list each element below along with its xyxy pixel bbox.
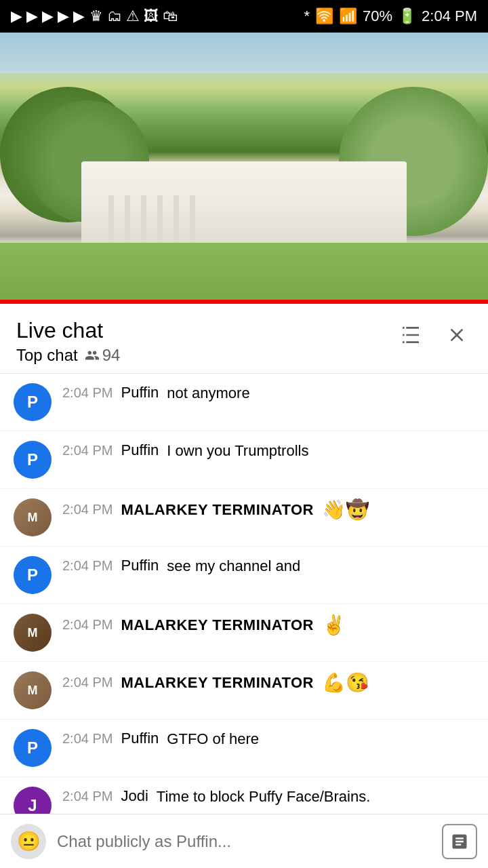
send-icon	[450, 832, 469, 851]
avatar: M	[14, 614, 52, 652]
message-time: 2:04 PM	[62, 558, 113, 574]
message-text: Time to block Puffy Face/Brains.	[157, 788, 370, 806]
message-content: 2:04 PM Puffin see my channel and	[62, 556, 474, 575]
message-content: 2:04 PM MALARKEY TERMINATOR 👋🤠	[62, 498, 474, 521]
message-author: MALARKEY TERMINATOR	[121, 674, 314, 692]
message-author: Puffin	[121, 730, 159, 747]
message-author: MALARKEY TERMINATOR	[121, 501, 314, 519]
battery-percentage: 70%	[363, 7, 392, 25]
message-time: 2:04 PM	[62, 789, 113, 804]
message-time: 2:04 PM	[62, 617, 113, 633]
message-meta: 2:04 PM Puffin GTFO of here	[62, 729, 474, 748]
avatar: P	[14, 383, 52, 421]
chat-messages-list: P 2:04 PM Puffin not anymore P 2:04 PM P…	[0, 374, 488, 868]
message-time: 2:04 PM	[62, 443, 113, 458]
message-content: 2:04 PM MALARKEY TERMINATOR 💪😘	[62, 671, 474, 694]
chat-message-5: M 2:04 PM MALARKEY TERMINATOR ✌️	[0, 604, 488, 662]
header-icons[interactable]	[396, 320, 472, 350]
avatar: P	[14, 441, 52, 479]
chat-input-field[interactable]	[57, 824, 431, 859]
message-meta: 2:04 PM MALARKEY TERMINATOR 👋🤠	[62, 498, 474, 521]
live-chat-title: Live chat	[16, 317, 120, 343]
viewer-count: 94	[85, 346, 121, 365]
avatar: M	[14, 498, 52, 536]
message-content: 2:04 PM Jodi Time to block Puffy Face/Br…	[62, 787, 474, 806]
chat-message-1: P 2:04 PM Puffin not anymore	[0, 374, 488, 431]
avatar: P	[14, 556, 52, 594]
message-time: 2:04 PM	[62, 731, 113, 747]
chat-input-bar: 😐	[0, 814, 488, 868]
avatar: M	[14, 671, 52, 709]
chat-message-6: M 2:04 PM MALARKEY TERMINATOR 💪😘	[0, 662, 488, 719]
message-meta: 2:04 PM Puffin I own you Trumptrolls	[62, 441, 474, 460]
message-meta: 2:04 PM Puffin not anymore	[62, 383, 474, 402]
person-icon	[85, 348, 100, 363]
filter-button[interactable]	[396, 320, 426, 350]
time: 2:04 PM	[422, 7, 477, 25]
message-text: I own you Trumptrolls	[167, 442, 308, 460]
send-message-button[interactable]	[442, 824, 477, 859]
emoji-icon: 😐	[17, 830, 41, 852]
message-emoji: 👋🤠	[322, 498, 369, 521]
chat-message-3: M 2:04 PM MALARKEY TERMINATOR 👋🤠	[0, 489, 488, 547]
message-text: GTFO of here	[167, 730, 259, 748]
message-author: Puffin	[121, 384, 159, 401]
message-emoji: ✌️	[322, 614, 346, 636]
top-chat-row: Top chat 94	[16, 346, 120, 365]
message-emoji: 💪😘	[322, 671, 369, 694]
avatar: P	[14, 729, 52, 767]
filter-icon	[400, 324, 422, 346]
message-time: 2:04 PM	[62, 385, 113, 401]
top-chat-label: Top chat	[16, 346, 78, 365]
signal-icon: 📶	[339, 7, 357, 25]
message-meta: 2:04 PM Jodi Time to block Puffy Face/Br…	[62, 787, 474, 806]
message-text: see my channel and	[167, 557, 300, 575]
message-meta: 2:04 PM MALARKEY TERMINATOR 💪😘	[62, 671, 474, 694]
message-meta: 2:04 PM MALARKEY TERMINATOR ✌️	[62, 614, 474, 636]
status-bar: ▶ ▶ ▶ ▶ ▶ ♛ 🗂 ⚠ 🖼 🛍 * 🛜 📶 70% 🔋 2:04 PM	[0, 0, 488, 33]
video-player[interactable]	[0, 33, 488, 304]
emoji-button[interactable]: 😐	[11, 824, 46, 859]
live-chat-header: Live chat Top chat 94	[0, 304, 488, 374]
message-content: 2:04 PM MALARKEY TERMINATOR ✌️	[62, 614, 474, 636]
wifi-icon: 🛜	[315, 7, 333, 25]
viewer-count-number: 94	[102, 346, 121, 365]
header-left: Live chat Top chat 94	[16, 317, 120, 365]
message-time: 2:04 PM	[62, 675, 113, 690]
message-text: not anymore	[167, 384, 249, 402]
message-author: Puffin	[121, 557, 159, 574]
message-meta: 2:04 PM Puffin see my channel and	[62, 556, 474, 575]
chat-message-4: P 2:04 PM Puffin see my channel and	[0, 547, 488, 604]
notification-icons: ▶ ▶ ▶ ▶ ▶ ♛ 🗂 ⚠ 🖼 🛍	[11, 7, 178, 25]
message-author: Jodi	[121, 787, 148, 805]
status-icons-right: * 🛜 📶 70% 🔋 2:04 PM	[304, 7, 477, 25]
chat-message-2: P 2:04 PM Puffin I own you Trumptrolls	[0, 431, 488, 489]
bluetooth-icon: *	[304, 7, 310, 25]
message-time: 2:04 PM	[62, 502, 113, 517]
message-author: MALARKEY TERMINATOR	[121, 616, 314, 634]
message-content: 2:04 PM Puffin not anymore	[62, 383, 474, 402]
message-content: 2:04 PM Puffin I own you Trumptrolls	[62, 441, 474, 460]
close-button[interactable]	[442, 320, 472, 350]
close-icon	[446, 324, 468, 346]
status-icons-left: ▶ ▶ ▶ ▶ ▶ ♛ 🗂 ⚠ 🖼 🛍	[11, 7, 178, 25]
battery-icon: 🔋	[398, 7, 416, 25]
chat-message-7: P 2:04 PM Puffin GTFO of here	[0, 719, 488, 777]
message-author: Puffin	[121, 441, 159, 459]
message-content: 2:04 PM Puffin GTFO of here	[62, 729, 474, 748]
